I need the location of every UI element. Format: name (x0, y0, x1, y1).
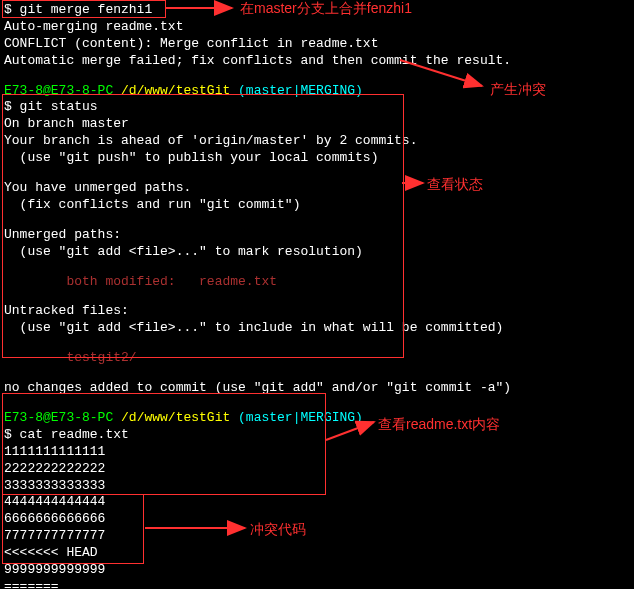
cat-head-marker: <<<<<<< HEAD (4, 545, 630, 562)
merge-conflict: CONFLICT (content): Merge conflict in re… (4, 36, 630, 53)
cat-line: 4444444444444 (4, 494, 630, 511)
cat-sep-marker: ======= (4, 579, 630, 589)
status-fix: (fix conflicts and run "git commit") (4, 197, 630, 214)
cmd-cat: $ cat readme.txt (4, 427, 630, 444)
status-mark: (use "git add <file>..." to mark resolut… (4, 244, 630, 261)
status-both-modified: both modified: readme.txt (4, 274, 630, 291)
prompt-1: E73-8@E73-8-PC /d/www/testGit (master|ME… (4, 83, 630, 100)
merge-failed: Automatic merge failed; fix conflicts an… (4, 53, 630, 70)
status-untracked-file: testgit2/ (4, 350, 630, 367)
merge-auto: Auto-merging readme.txt (4, 19, 630, 36)
status-untracked: Untracked files: (4, 303, 630, 320)
cmd-status: $ git status (4, 99, 630, 116)
cat-line: 6666666666666 (4, 511, 630, 528)
status-unmerged-title: You have unmerged paths. (4, 180, 630, 197)
status-include: (use "git add <file>..." to include in w… (4, 320, 630, 337)
status-ahead: Your branch is ahead of 'origin/master' … (4, 133, 630, 150)
status-on-branch: On branch master (4, 116, 630, 133)
status-unmerged-paths: Unmerged paths: (4, 227, 630, 244)
cat-line: 7777777777777 (4, 528, 630, 545)
cmd-merge: $ git merge fenzhi1 (4, 2, 630, 19)
cat-line: 1111111111111 (4, 444, 630, 461)
status-push: (use "git push" to publish your local co… (4, 150, 630, 167)
prompt-2: E73-8@E73-8-PC /d/www/testGit (master|ME… (4, 410, 630, 427)
cat-line: 3333333333333 (4, 478, 630, 495)
cat-line: 2222222222222 (4, 461, 630, 478)
terminal-output: $ git merge fenzhi1 Auto-merging readme.… (0, 0, 634, 589)
status-nochanges: no changes added to commit (use "git add… (4, 380, 630, 397)
cat-line: 9999999999999 (4, 562, 630, 579)
